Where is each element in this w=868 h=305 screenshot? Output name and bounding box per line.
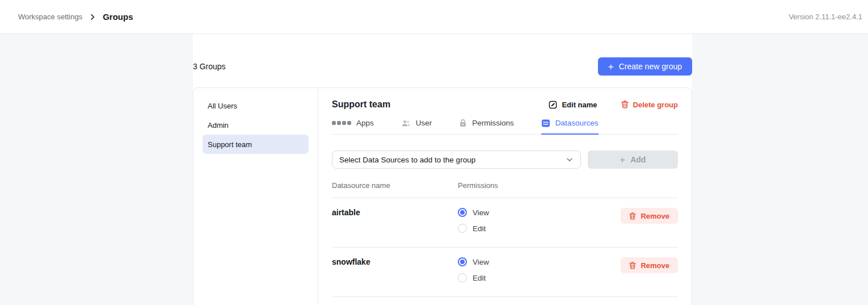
datasource-name: snowflake: [332, 257, 458, 266]
group-item-label: All Users: [208, 102, 237, 110]
lock-icon: [459, 119, 467, 127]
radio-edit[interactable]: [458, 224, 467, 233]
chevron-down-icon: [566, 156, 574, 164]
radio-edit[interactable]: [458, 273, 467, 282]
topbar: Workspace settings Groups Version 2.11.1…: [0, 0, 868, 34]
table-header: Datasource name Permissions: [332, 181, 678, 198]
edit-pencil-icon: [549, 101, 557, 109]
permission-view-option[interactable]: View: [458, 257, 489, 266]
group-item-support-team[interactable]: Support team: [203, 135, 309, 154]
groups-list: All Users Admin Support team: [193, 88, 318, 305]
breadcrumb-groups: Groups: [103, 12, 133, 22]
trash-icon: [629, 212, 636, 220]
chevron-right-icon: [89, 14, 96, 20]
remove-label: Remove: [641, 212, 669, 220]
main-content: 3 Groups + Create new group All Users Ad…: [193, 34, 692, 305]
add-datasource-row: Select Data Sources to add to the group …: [332, 151, 678, 169]
add-button-label: Add: [630, 155, 646, 164]
table-row: snowflake View Edit: [332, 248, 678, 297]
delete-group-label: Delete group: [633, 101, 678, 109]
tab-datasources[interactable]: Datasources: [541, 119, 599, 135]
permission-edit-option[interactable]: Edit: [458, 224, 489, 233]
tab-label: Permissions: [472, 119, 514, 127]
tab-permissions[interactable]: Permissions: [459, 119, 514, 135]
radio-view[interactable]: [458, 208, 467, 217]
edit-name-label: Edit name: [562, 101, 597, 109]
permission-edit-option[interactable]: Edit: [458, 273, 489, 282]
datasources-table: Datasource name Permissions airtable Vie…: [332, 181, 678, 297]
group-title: Support team: [332, 99, 390, 110]
breadcrumb-workspace-settings[interactable]: Workspace settings: [18, 12, 82, 21]
add-button[interactable]: + Add: [588, 151, 678, 169]
remove-label: Remove: [641, 261, 669, 270]
group-item-label: Admin: [208, 121, 229, 129]
tab-label: User: [416, 119, 432, 127]
remove-datasource-button[interactable]: Remove: [621, 208, 678, 224]
column-permissions: Permissions: [458, 181, 498, 190]
datasource-name: airtable: [332, 208, 458, 217]
tab-label: Apps: [356, 119, 374, 127]
create-new-group-label: Create new group: [619, 62, 682, 71]
plus-icon: +: [608, 62, 614, 72]
database-icon: [541, 119, 550, 127]
permission-edit-label: Edit: [473, 274, 486, 282]
permission-edit-label: Edit: [473, 224, 486, 233]
remove-datasource-button[interactable]: Remove: [621, 257, 678, 273]
permission-radio-group: View Edit: [458, 257, 489, 282]
group-tabs: Apps User Permissions: [332, 119, 678, 135]
version-label: Version 2.11.1-ee2.4.1: [789, 12, 862, 21]
edit-name-button[interactable]: Edit name: [549, 101, 597, 109]
tab-user[interactable]: User: [401, 119, 432, 135]
group-item-label: Support team: [208, 140, 252, 149]
trash-icon: [621, 101, 629, 108]
apps-icon: [332, 121, 351, 125]
column-datasource-name: Datasource name: [332, 181, 458, 190]
datasource-select-placeholder: Select Data Sources to add to the group: [339, 156, 475, 164]
trash-icon: [629, 262, 636, 269]
groups-card: All Users Admin Support team Support tea…: [193, 87, 692, 305]
table-row: airtable View Edit: [332, 198, 678, 248]
permission-view-option[interactable]: View: [458, 208, 489, 217]
permission-radio-group: View Edit: [458, 208, 489, 233]
groups-count-label: 3 Groups: [193, 62, 226, 71]
datasource-select[interactable]: Select Data Sources to add to the group: [332, 151, 581, 169]
breadcrumb: Workspace settings Groups: [18, 12, 133, 22]
group-item-admin[interactable]: Admin: [203, 115, 309, 135]
group-panel-header: Support team Edit name Delete group: [332, 99, 678, 110]
tab-label: Datasources: [555, 119, 599, 127]
users-icon: [401, 119, 411, 127]
tab-apps[interactable]: Apps: [332, 119, 374, 135]
create-new-group-button[interactable]: + Create new group: [598, 57, 692, 76]
radio-view[interactable]: [458, 257, 467, 266]
group-detail-panel: Support team Edit name Delete group: [318, 88, 692, 305]
permission-view-label: View: [473, 208, 489, 217]
delete-group-button[interactable]: Delete group: [621, 101, 678, 109]
group-actions: Edit name Delete group: [549, 101, 678, 109]
permission-view-label: View: [473, 258, 489, 266]
group-item-all-users[interactable]: All Users: [203, 96, 309, 115]
plus-icon: +: [620, 155, 625, 165]
groups-header: 3 Groups + Create new group: [193, 34, 692, 76]
